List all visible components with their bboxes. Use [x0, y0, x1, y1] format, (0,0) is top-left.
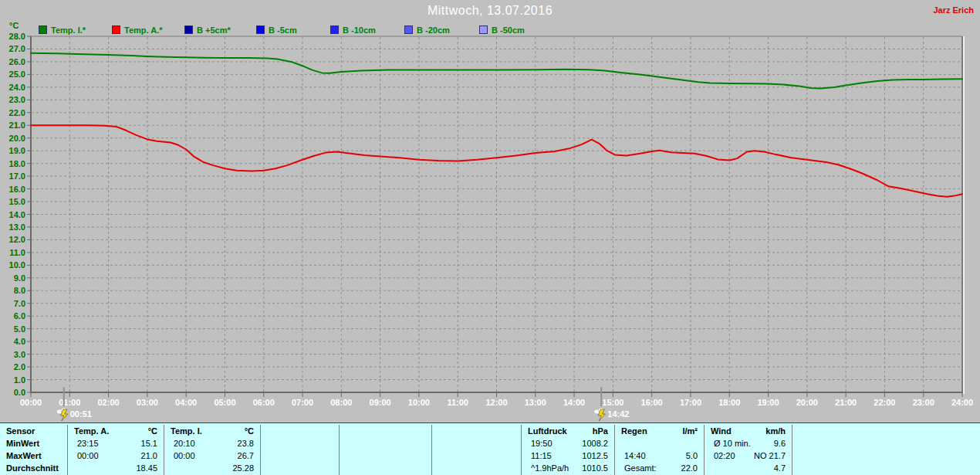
y-tick-label: 23.0 [9, 95, 25, 104]
temp-a-min-row: 23:1515.1 [68, 437, 164, 450]
x-tick-label: 13:00 [525, 398, 546, 407]
y-tick-label: 3.0 [14, 350, 25, 359]
x-tick-label: 00:00 [20, 398, 42, 407]
y-tick-label: 17.0 [9, 171, 25, 181]
wind-min-value: 9.6 [774, 437, 786, 450]
x-tick-label: 10:00 [408, 398, 430, 407]
temp-i-min-time: 20:10 [171, 437, 195, 450]
luftdruck-max-value: 1012.5 [582, 450, 608, 462]
stat-row-label: Durchschnitt [0, 462, 67, 474]
x-tick-label: 23:00 [913, 398, 934, 407]
temp-i-max-time: 00:00 [171, 450, 195, 462]
temp-a-max-value: 21.0 [141, 450, 157, 462]
y-tick-label: 27.0 [9, 44, 25, 53]
y-tick-label: 11.0 [9, 248, 25, 257]
x-tick-label: 18:00 [718, 398, 740, 407]
luftdruck-min-row: 19:501008.2 [522, 437, 614, 450]
x-tick-label: 12:00 [485, 398, 507, 407]
y-tick-label: 20.0 [9, 134, 25, 143]
stat-col-temp-a: Temp. A.°C23:1515.100:0021.018.45 [68, 425, 164, 475]
y-tick-label: 10.0 [9, 260, 25, 270]
luftdruck-header-name: Luftdruck [528, 425, 567, 437]
wind-avg-time [711, 462, 714, 474]
x-tick-label: 06:00 [253, 398, 275, 407]
y-tick-label: 14.0 [9, 210, 25, 219]
y-tick-label: 28.0 [9, 32, 25, 41]
temp-a-avg-row: 18.45 [68, 462, 164, 474]
daily-statistics-table: SensorMinWertMaxWertDurchschnittTemp. A.… [0, 422, 980, 475]
event-marker-time: 00:51 [70, 409, 92, 419]
stat-row-label: MaxWert [0, 450, 67, 462]
temp-a-min-time: 23:15 [74, 437, 99, 450]
x-tick-label: 14:00 [563, 398, 585, 407]
y-tick-label: 26.0 [9, 57, 25, 66]
temp-i-avg-value: 25.28 [232, 462, 254, 474]
x-tick-label: 01:00 [59, 398, 80, 407]
wind-max-value: NO 21.7 [754, 450, 786, 462]
y-tick-label: 19.0 [9, 146, 25, 155]
temp-i-avg-row: 25.28 [164, 462, 260, 474]
regen-header-unit: l/m² [682, 425, 698, 437]
regen-avg-row: Gesamt:22.0 [615, 462, 704, 474]
regen-max-value: 5.0 [686, 450, 698, 462]
x-tick-label: 04:00 [175, 398, 197, 407]
stat-row-label: Sensor [0, 425, 67, 437]
y-tick-label: 13.0 [9, 222, 25, 232]
temp-a-header-name: Temp. A. [74, 425, 109, 437]
wind-min-time: Ø 10 min. [711, 437, 751, 450]
luftdruck-max-row: 11:151012.5 [522, 450, 614, 462]
x-tick-label: 21:00 [835, 398, 857, 407]
y-tick-label: 0.0 [14, 388, 25, 397]
luftdruck-header-unit: hPa [593, 425, 608, 437]
regen-max-time: 14:40 [621, 450, 646, 462]
stat-col-empty [340, 425, 432, 475]
stat-col-empty [261, 425, 340, 475]
x-tick-label: 11:00 [447, 398, 468, 407]
y-tick-label: 16.0 [9, 185, 25, 194]
regen-avg-time: Gesamt: [621, 462, 657, 474]
weather-logger-screen: { "header": { "title": "Mittwoch, 13.07.… [0, 0, 980, 475]
stat-col-empty [792, 425, 980, 475]
temp-a-header-unit: °C [148, 425, 157, 437]
luftdruck-min-time: 19:50 [528, 437, 553, 450]
regen-min-time [621, 437, 624, 450]
x-tick-label: 03:00 [137, 398, 158, 407]
x-tick-label: 20:00 [796, 398, 818, 407]
luftdruck-min-value: 1008.2 [582, 437, 608, 450]
y-tick-label: 21.0 [9, 120, 25, 130]
temp-a-min-value: 15.1 [141, 437, 157, 450]
y-tick-label: 22.0 [9, 108, 25, 117]
stat-col-empty [432, 425, 522, 475]
regen-min-row [615, 437, 704, 450]
regen-max-row: 14:405.0 [615, 450, 704, 462]
wind-avg-row: 4.7 [705, 462, 792, 474]
x-tick-label: 07:00 [292, 398, 313, 407]
temp-i-avg-time [171, 462, 174, 474]
temp-i-max-value: 26.7 [238, 450, 254, 462]
y-tick-label: 25.0 [9, 70, 25, 79]
y-tick-label: 7.0 [14, 299, 25, 308]
temp-a-avg-value: 18.45 [136, 462, 157, 474]
regen-avg-value: 22.0 [681, 462, 698, 474]
wind-header-unit: km/h [765, 425, 786, 437]
temp-a-avg-time [74, 462, 77, 474]
stat-row-label: MinWert [0, 437, 67, 450]
x-tick-label: 15:00 [602, 398, 623, 407]
temp-i-min-value: 23.8 [238, 437, 254, 450]
temp-i-max-row: 00:0026.7 [164, 450, 260, 462]
temperature-chart: 0.01.02.03.04.05.06.07.08.09.010.011.012… [0, 0, 980, 422]
y-tick-label: 1.0 [14, 375, 25, 385]
temp-i-header-name: Temp. I. [171, 425, 202, 437]
luftdruck-avg-time: ^1.9hPa/h [528, 462, 569, 474]
regen-header-row: Regenl/m² [615, 425, 704, 437]
x-tick-label: 05:00 [214, 398, 235, 407]
gridlines [32, 37, 961, 392]
temp-i-header-row: Temp. I.°C [164, 425, 260, 437]
wind-avg-value: 4.7 [774, 462, 786, 474]
y-tick-label: 5.0 [14, 324, 25, 334]
y-tick-label: 9.0 [14, 273, 25, 283]
y-tick-label: 2.0 [14, 362, 25, 372]
x-tick-label: 19:00 [757, 398, 779, 407]
y-tick-label: 18.0 [9, 159, 25, 168]
y-tick-label: 12.0 [9, 235, 25, 244]
